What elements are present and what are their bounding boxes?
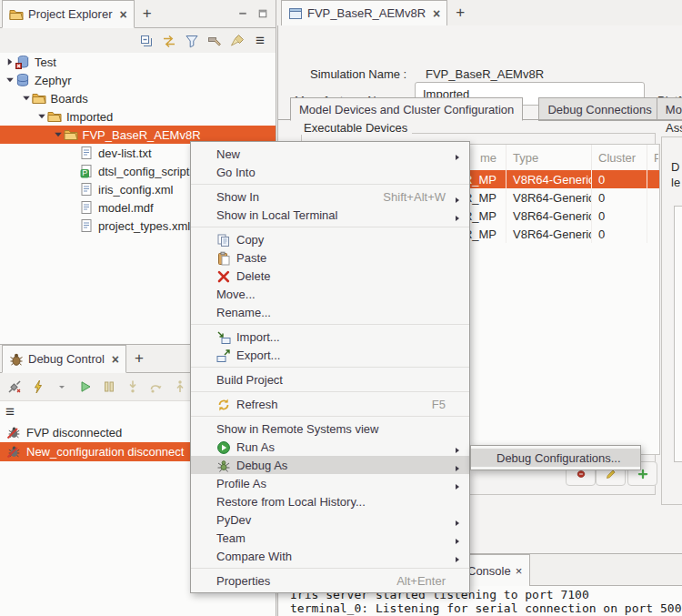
chevron-down-icon[interactable] — [53, 129, 64, 140]
step-into-button[interactable] — [123, 377, 143, 397]
folder-open-icon — [32, 91, 46, 106]
step-over-icon — [149, 379, 164, 394]
dropdown-caret-button[interactable] — [52, 377, 72, 397]
chevron-down-icon[interactable] — [5, 75, 15, 86]
tab-project-explorer[interactable]: Project Explorer × — [2, 0, 135, 28]
close-icon[interactable]: × — [433, 7, 440, 20]
new-editor-button[interactable]: + — [447, 0, 473, 25]
tab-model-devices-and-cluster-configuration[interactable]: Model Devices and Cluster Configuration — [290, 97, 523, 121]
menu-separator — [191, 321, 469, 328]
folder-open-icon — [64, 127, 78, 142]
connect-lightning-icon — [31, 379, 45, 394]
tab-editor-fvp[interactable]: FVP_BaseR_AEMv8R × — [281, 0, 447, 26]
submenu-arrow-icon — [454, 461, 461, 469]
menu-item-label: New — [216, 147, 240, 161]
menu-item-profile-as[interactable]: Profile As — [191, 474, 469, 492]
tree-item-test[interactable]: Test — [0, 53, 276, 71]
close-icon[interactable]: × — [516, 564, 523, 578]
submenu-arrow-icon — [454, 516, 461, 523]
tree-item-label: model.mdf — [98, 201, 154, 215]
menu-item-label: Go Into — [216, 166, 256, 179]
menu-item-pydev[interactable]: PyDev — [191, 510, 469, 529]
chevron-right-icon[interactable] — [5, 56, 15, 67]
menu-item-go-into[interactable]: Go Into — [191, 163, 469, 181]
cell-cluster: 0 — [592, 225, 647, 243]
link-with-editor-button[interactable] — [159, 31, 179, 51]
paste-icon — [216, 251, 231, 266]
menu-item-team[interactable]: Team — [191, 529, 469, 547]
menu-item-compare-with[interactable]: Compare With — [191, 547, 469, 565]
column-header-type[interactable]: Type — [506, 145, 592, 170]
cell-cluster: 0 — [592, 188, 647, 207]
build-button[interactable] — [205, 31, 225, 51]
pause-icon — [102, 379, 116, 394]
menu-item-import[interactable]: Import... — [191, 328, 469, 346]
menu-item-label: Rename... — [216, 306, 271, 319]
menu-item-export[interactable]: Export... — [191, 346, 469, 364]
menu-item-label: Team — [216, 531, 246, 545]
close-icon[interactable]: × — [112, 353, 119, 366]
menu-item-refresh[interactable]: RefreshF5 — [191, 395, 469, 413]
submenu-arrow-icon — [454, 193, 461, 200]
tab-debug-control[interactable]: Debug Control × — [2, 345, 126, 373]
filter-button[interactable] — [182, 31, 202, 51]
play-icon — [78, 379, 93, 394]
new-view-button[interactable]: + — [135, 0, 160, 27]
debug-target-label: New_configuration disconnect — [26, 445, 184, 459]
menu-item-copy[interactable]: Copy — [191, 230, 469, 248]
python-file-icon: P — [79, 164, 94, 178]
tree-item-label: dtsl_config_script.p — [98, 165, 199, 178]
tree-item-label: Test — [35, 56, 56, 69]
new-view-button[interactable]: + — [126, 345, 152, 372]
cell-type: V8R64-Generic — [506, 188, 592, 207]
menu-item-show-in[interactable]: Show InShift+Alt+W — [191, 187, 469, 206]
tab-label: Project Explorer — [28, 7, 112, 21]
menu-item-debug-configurations[interactable]: Debug Configurations... — [471, 449, 640, 467]
menu-item-label: Show in Remote Systems view — [216, 422, 378, 436]
tab-debug-connections[interactable]: Debug Connections — [538, 97, 660, 121]
tab-model-launc[interactable]: Model Launc — [657, 97, 682, 121]
menu-item-new[interactable]: New — [191, 145, 469, 163]
view-menu-button[interactable]: ≡ — [250, 31, 270, 51]
cell-type: V8R64-Generic — [506, 225, 592, 243]
tree-item-label: project_types.xml — [98, 219, 190, 233]
tree-item-imported[interactable]: Imported — [0, 107, 276, 126]
column-header-cluster[interactable]: Cluster — [592, 145, 647, 170]
pause-button[interactable] — [99, 377, 119, 397]
chevron-down-icon[interactable] — [36, 111, 47, 122]
text-file-icon — [79, 146, 94, 160]
connect-lightning-button[interactable] — [28, 377, 48, 397]
menu-item-run-as[interactable]: Run As — [191, 438, 469, 456]
step-return-button[interactable] — [170, 377, 190, 397]
menu-item-show-in-remote-systems-view[interactable]: Show in Remote Systems view — [191, 419, 469, 438]
menu-item-delete[interactable]: Delete — [191, 267, 469, 285]
text-file-icon — [79, 182, 94, 197]
menu-separator — [191, 565, 469, 571]
menu-item-move[interactable]: Move... — [191, 285, 469, 303]
maximize-icon[interactable] — [257, 8, 268, 19]
menu-item-label: Debug Configurations... — [496, 451, 621, 465]
menu-item-restore-from-local-history[interactable]: Restore from Local History... — [191, 492, 469, 510]
menu-item-show-in-local-terminal[interactable]: Show in Local Terminal — [191, 206, 469, 224]
menu-item-debug-as[interactable]: Debug As — [191, 456, 469, 474]
disconnect-target-button[interactable] — [5, 377, 25, 397]
tree-item-zephyr[interactable]: Zephyr — [0, 71, 276, 89]
chevron-down-icon[interactable] — [21, 93, 32, 104]
menu-item-build-project[interactable]: Build Project — [191, 370, 469, 389]
menu-item-properties[interactable]: PropertiesAlt+Enter — [191, 571, 469, 590]
minimize-icon[interactable] — [237, 8, 248, 19]
view-menu-button[interactable]: ≡ — [5, 403, 15, 421]
menu-accelerator: Alt+Enter — [396, 574, 460, 588]
tree-item-boards[interactable]: Boards — [0, 89, 276, 107]
run-icon — [216, 440, 231, 455]
close-icon[interactable]: × — [119, 8, 126, 21]
step-over-button[interactable] — [146, 377, 166, 397]
column-header-p[interactable]: P — [647, 145, 659, 170]
clean-button[interactable] — [227, 31, 247, 51]
collapse-all-button[interactable] — [136, 31, 156, 51]
menu-item-paste[interactable]: Paste — [191, 248, 469, 267]
disconnect-target-icon — [7, 379, 22, 394]
play-button[interactable] — [75, 377, 95, 397]
menu-item-rename[interactable]: Rename... — [191, 303, 469, 321]
filter-icon — [185, 34, 199, 48]
